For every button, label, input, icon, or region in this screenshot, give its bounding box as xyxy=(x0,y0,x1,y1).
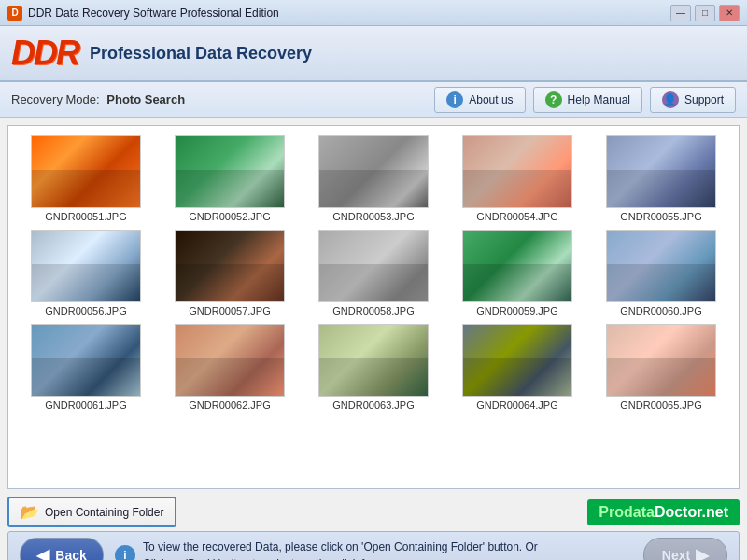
photo-thumbnail xyxy=(318,135,429,208)
photo-label: GNDR00055.JPG xyxy=(620,211,701,222)
photo-label: GNDR00058.JPG xyxy=(332,305,414,316)
photo-item[interactable]: GNDR00062.JPG xyxy=(162,324,298,411)
footer-text: To view the recovered Data, please click… xyxy=(143,539,538,560)
next-button[interactable]: Next ▶ xyxy=(643,538,727,560)
photo-thumbnail xyxy=(606,135,716,208)
help-icon: ? xyxy=(545,91,562,108)
photo-grid: GNDR00051.JPGGNDR00052.JPGGNDR00053.JPGG… xyxy=(8,126,739,488)
photo-thumbnail xyxy=(31,324,141,397)
photo-label: GNDR00062.JPG xyxy=(189,399,270,411)
photo-item[interactable]: GNDR00060.JPG xyxy=(593,230,729,316)
photo-item[interactable]: GNDR00065.JPG xyxy=(593,324,729,411)
support-icon: 👤 xyxy=(662,91,679,108)
photo-item[interactable]: GNDR00063.JPG xyxy=(305,324,442,411)
photo-thumbnail xyxy=(318,230,429,302)
title-bar: D DDR Data Recovery Software Professiona… xyxy=(0,0,747,26)
app-icon: D xyxy=(7,6,22,21)
photo-label: GNDR00052.JPG xyxy=(189,211,270,222)
photo-item[interactable]: GNDR00064.JPG xyxy=(449,324,585,411)
footer-info: i To view the recovered Data, please cli… xyxy=(115,539,632,560)
open-folder-button[interactable]: 📂 Open Containing Folder xyxy=(7,497,176,527)
photo-label: GNDR00051.JPG xyxy=(45,211,126,222)
photo-thumbnail xyxy=(31,135,141,208)
back-arrow-icon: ◀ xyxy=(36,545,49,560)
photo-label: GNDR00063.JPG xyxy=(332,399,414,411)
bottom-actions: 📂 Open Containing Folder ProdataDoctor.n… xyxy=(7,497,740,527)
photo-item[interactable]: GNDR00058.JPG xyxy=(305,230,442,316)
support-button[interactable]: 👤 Support xyxy=(650,87,736,113)
maximize-button[interactable]: □ xyxy=(695,5,715,21)
photo-thumbnail xyxy=(318,324,429,397)
help-button[interactable]: ? Help Manual xyxy=(533,87,642,113)
photo-thumbnail xyxy=(31,230,141,302)
folder-icon: 📂 xyxy=(21,503,39,521)
app-header: DDR Professional Data Recovery xyxy=(0,26,747,82)
photo-label: GNDR00060.JPG xyxy=(620,305,701,316)
photo-item[interactable]: GNDR00061.JPG xyxy=(18,324,154,411)
photo-item[interactable]: GNDR00057.JPG xyxy=(162,230,298,316)
app-title: Professional Data Recovery xyxy=(90,44,312,63)
footer-info-icon: i xyxy=(115,545,135,560)
photo-item[interactable]: GNDR00054.JPG xyxy=(449,135,585,222)
photo-label: GNDR00056.JPG xyxy=(45,305,126,316)
photo-thumbnail xyxy=(175,230,285,302)
photo-thumbnail xyxy=(175,135,285,208)
minimize-button[interactable]: — xyxy=(670,5,691,21)
photo-item[interactable]: GNDR00055.JPG xyxy=(593,135,729,222)
photo-label: GNDR00054.JPG xyxy=(476,211,557,222)
window-controls: — □ ✕ xyxy=(670,5,740,21)
photo-label: GNDR00064.JPG xyxy=(476,399,557,411)
photo-thumbnail xyxy=(462,230,572,302)
photo-item[interactable]: GNDR00051.JPG xyxy=(18,135,154,222)
photo-label: GNDR00065.JPG xyxy=(620,399,701,411)
ddr-logo: DDR xyxy=(11,34,78,73)
photo-label: GNDR00061.JPG xyxy=(45,399,126,411)
window-title: DDR Data Recovery Software Professional … xyxy=(28,7,670,20)
photo-label: GNDR00059.JPG xyxy=(476,305,557,316)
photo-label: GNDR00053.JPG xyxy=(332,211,414,222)
next-arrow-icon: ▶ xyxy=(696,545,709,560)
info-icon: i xyxy=(446,91,463,108)
photo-thumbnail xyxy=(462,324,572,397)
close-button[interactable]: ✕ xyxy=(719,5,740,21)
toolbar: Recovery Mode: Photo Search i About us ?… xyxy=(0,82,747,118)
photo-thumbnail xyxy=(606,324,716,397)
photo-grid-container: GNDR00051.JPGGNDR00052.JPGGNDR00053.JPGG… xyxy=(7,125,740,489)
photo-item[interactable]: GNDR00059.JPG xyxy=(449,230,585,316)
footer: ◀ Back i To view the recovered Data, ple… xyxy=(7,531,740,560)
photo-item[interactable]: GNDR00052.JPG xyxy=(162,135,298,222)
about-button[interactable]: i About us xyxy=(434,87,525,113)
photo-item[interactable]: GNDR00053.JPG xyxy=(305,135,442,222)
photo-thumbnail xyxy=(606,230,716,302)
photo-thumbnail xyxy=(175,324,285,397)
recovery-mode-label: Recovery Mode: Photo Search xyxy=(11,92,185,106)
back-button[interactable]: ◀ Back xyxy=(20,538,104,560)
brand-watermark: ProdataDoctor.net xyxy=(587,499,740,525)
photo-thumbnail xyxy=(462,135,572,208)
photo-label: GNDR00057.JPG xyxy=(189,305,270,316)
photo-item[interactable]: GNDR00056.JPG xyxy=(18,230,154,316)
